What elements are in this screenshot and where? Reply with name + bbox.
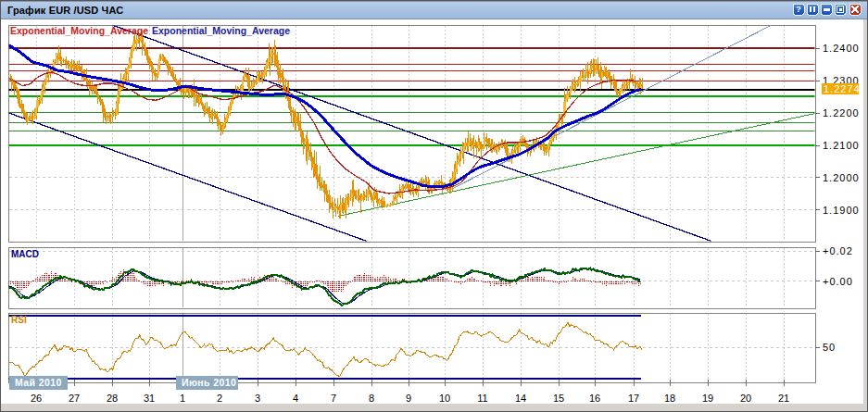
svg-text:11: 11 [477,393,487,404]
svg-text:Июнь 2010: Июнь 2010 [182,377,236,388]
svg-text:1.2400: 1.2400 [823,43,860,54]
svg-text:17: 17 [628,393,639,404]
svg-text:18: 18 [664,393,675,404]
svg-text:50: 50 [823,342,836,353]
svg-text:14: 14 [515,393,526,404]
svg-text:+0.00: +0.00 [823,276,853,287]
svg-text:9: 9 [406,393,411,404]
svg-text:4: 4 [293,393,298,404]
svg-text:21: 21 [778,393,789,404]
svg-text:3: 3 [255,393,260,404]
svg-text:Май 2010: Май 2010 [15,377,62,388]
svg-text:19: 19 [702,393,713,404]
svg-text:27: 27 [69,393,80,404]
svg-text:График EUR /USD ЧАС: График EUR /USD ЧАС [7,5,123,16]
svg-text:8: 8 [369,393,374,404]
svg-text:Exponential_Moving_Average: Exponential_Moving_Average [10,25,148,36]
svg-text:20: 20 [740,393,751,404]
svg-text:31: 31 [144,393,155,404]
svg-text:1.1900: 1.1900 [823,205,860,216]
svg-text:1.2100: 1.2100 [823,140,860,151]
svg-text:26: 26 [31,393,42,404]
svg-text:Exponential_Moving_Average: Exponential_Moving_Average [152,25,290,36]
svg-text:2: 2 [217,393,222,404]
svg-text:10: 10 [439,393,450,404]
svg-text:MACD: MACD [11,249,39,259]
svg-text:?: ? [796,4,801,14]
svg-text:1.2000: 1.2000 [823,172,860,183]
svg-text:1: 1 [180,393,185,404]
svg-text:28: 28 [107,393,118,404]
svg-text:1.2274: 1.2274 [824,83,861,94]
svg-text:+0.02: +0.02 [823,245,853,256]
svg-text:16: 16 [589,393,600,404]
svg-text:RSI: RSI [11,315,27,325]
svg-text:15: 15 [553,393,564,404]
svg-text:1.2200: 1.2200 [823,107,860,119]
svg-text:7: 7 [331,393,336,404]
